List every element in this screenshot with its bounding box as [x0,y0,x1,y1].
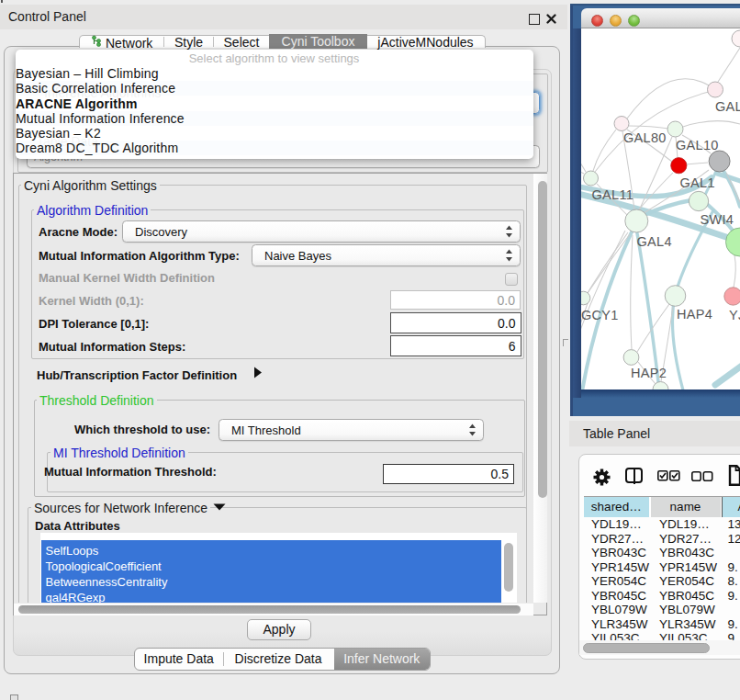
svg-text:YJ: YJ [729,308,740,322]
svg-text:GCY1: GCY1 [581,308,619,322]
svg-text:GAL10: GAL10 [676,138,719,152]
svg-text:HAP2: HAP2 [631,366,667,380]
svg-text:SWI4: SWI4 [701,212,734,227]
svg-text:GAL1: GAL1 [680,175,715,190]
svg-text:HAP4: HAP4 [677,307,712,322]
svg-text:GAL2: GAL2 [715,99,740,114]
svg-text:GAL4: GAL4 [637,234,672,249]
svg-text:GAL80: GAL80 [623,130,667,145]
svg-text:GAL11: GAL11 [592,187,634,202]
